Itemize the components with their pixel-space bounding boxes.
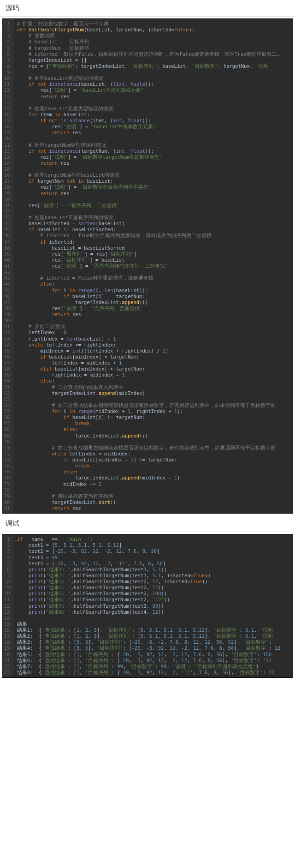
code-line[interactable]: res['说明'] = 'baseList不是列表或元组' <box>17 87 293 93</box>
code-line[interactable]: print('结果3: ',halfSearchTargetNum(test2,… <box>17 579 293 585</box>
code-line[interactable]: if baseList[i] != targetNum: <box>17 414 293 420</box>
code-line[interactable]: # isSorted 默认为False，如果目标序列不是有序序列时，若为Fals… <box>17 51 293 57</box>
code-line[interactable]: if __name__ == '__main__': <box>17 536 293 542</box>
code-line[interactable]: res['说明'] = '无序序列，普通查找' <box>17 305 293 311</box>
code-line[interactable] <box>17 69 293 75</box>
code-line[interactable]: rightIndex = midIndex - 1 <box>17 372 293 378</box>
code-line[interactable]: leftIndex = 0 <box>17 329 293 335</box>
line-number: 22 <box>4 664 10 670</box>
code-line[interactable]: # 将结果列表变为有序列表 <box>17 493 293 499</box>
code-line[interactable]: # 扩展二分法查找数字，返回为一个字典 <box>17 21 293 27</box>
code-line[interactable]: if baseList[midIndex - 1] != targetNum: <box>17 457 293 463</box>
code-line[interactable]: midIndex -= 1 <box>17 481 293 487</box>
code-line[interactable]: targetIndexList.append(midIndex - 1) <box>17 475 293 481</box>
debug-code-block[interactable]: 1234567891011121314151617181920212223 if… <box>2 534 293 678</box>
code-line[interactable]: # baseList 目标序列 <box>17 39 293 45</box>
code-line[interactable]: if not isinstance(targetNum, (int, float… <box>17 148 293 154</box>
code-line[interactable] <box>17 615 293 621</box>
code-line[interactable]: else: <box>17 378 293 384</box>
code-line[interactable]: if isSorted: <box>17 239 293 245</box>
code-line[interactable]: return res <box>17 505 293 511</box>
code-line[interactable] <box>17 209 293 215</box>
code-line[interactable]: print('结果6: ',halfSearchTargetNum(test2,… <box>17 597 293 603</box>
code-line[interactable] <box>17 100 293 106</box>
code-line[interactable]: baseListSorted = sorted(baseList) <box>17 221 293 227</box>
code-line[interactable]: res['说明'] = '无序序列转有序序列，二分查找' <box>17 263 293 269</box>
code-line[interactable]: if not isinstance(item, (int, float)): <box>17 118 293 124</box>
code-line[interactable]: return res <box>17 191 293 197</box>
code-line[interactable]: print('结果2: ',halfSearchTargetNum(test1,… <box>17 573 293 579</box>
code-line[interactable]: res['说明'] = '有序序列，二分查找' <box>17 203 293 209</box>
code-line[interactable]: res['说明'] = '目标数字在目标序列中不存在' <box>17 184 293 190</box>
code-line[interactable]: # 处理baseList不是有序序列的情况 <box>17 215 293 221</box>
code-line[interactable]: # 处理targetNum类型错误的情况 <box>17 142 293 148</box>
code-line[interactable]: test3 = 99 <box>17 555 293 561</box>
code-line[interactable]: test4 = [-20, -3, 92, 12, -2, '12', 7.6,… <box>17 561 293 567</box>
code-line[interactable]: # 开始二分查找 <box>17 323 293 329</box>
code-line[interactable] <box>17 439 293 445</box>
source-code-area[interactable]: # 扩展二分法查找数字，返回为一个字典def halfSearchTargetN… <box>13 19 293 513</box>
code-line[interactable]: for item in baseList: <box>17 112 293 118</box>
code-line[interactable] <box>17 317 293 323</box>
code-line[interactable]: def halfSearchTargetNum(baseList, target… <box>17 27 293 33</box>
code-line[interactable]: return res <box>17 130 293 136</box>
code-line[interactable]: targetIndexList.append(midIndex) <box>17 390 293 396</box>
code-line[interactable]: while leftIndex <= rightIndex: <box>17 342 293 348</box>
source-code-block[interactable]: 1234567891011121314151617181920212223242… <box>2 18 293 514</box>
code-line[interactable]: for i in range(midIndex + 1, rightIndex … <box>17 408 293 414</box>
code-line[interactable]: if baseList[i] == targetNum: <box>17 293 293 299</box>
code-line[interactable]: print('结果7: ',halfSearchTargetNum(test3,… <box>17 603 293 609</box>
code-line[interactable]: res['目标序列'] = baseList <box>17 257 293 263</box>
code-line[interactable]: print('结果4: ',halfSearchTargetNum(test2,… <box>17 585 293 591</box>
code-line[interactable]: rightIndex = len(baseList) - 1 <box>17 336 293 342</box>
code-line[interactable]: for i in range(0, len(baseList)): <box>17 287 293 293</box>
code-line[interactable] <box>17 269 293 275</box>
code-line[interactable]: leftIndex = midIndex + 1 <box>17 360 293 366</box>
code-line[interactable]: res['原序列'] = res['目标序列'] <box>17 251 293 257</box>
code-line[interactable]: # 处理targetNum不在baseList的情况 <box>17 172 293 178</box>
code-line[interactable]: # 处理baseList元素类型错误的情况 <box>17 106 293 112</box>
code-line[interactable]: # targetNum 目标数字 <box>17 45 293 51</box>
code-line[interactable]: else: <box>17 426 293 432</box>
code-line[interactable]: targetIndexList = [] <box>17 57 293 63</box>
code-line[interactable]: if targetNum not in baseList: <box>17 178 293 184</box>
code-line[interactable]: break <box>17 420 293 426</box>
code-line[interactable]: # 二分查找到的结果存入列表中 <box>17 384 293 390</box>
code-line[interactable]: test2 = [-20, -3, 92, 12, -2, 12, 7.6, 8… <box>17 548 293 554</box>
code-line[interactable]: # 参数说明: <box>17 33 293 39</box>
code-line[interactable]: # isSorted = False时不重新排序，做普通查找 <box>17 275 293 281</box>
code-line[interactable]: # 处理baseList类型错误的情况 <box>17 75 293 81</box>
code-line[interactable]: break <box>17 463 293 469</box>
code-line[interactable]: return res <box>17 94 293 100</box>
code-line[interactable]: # isSorted = True时对目标序列重新排序，再对排序后的序列做二分查… <box>17 233 293 239</box>
code-line[interactable]: res['说明'] = 'baseList中有非数字元素' <box>17 124 293 130</box>
code-line[interactable]: res = {'查找结果': targetIndexList, '目标序列': … <box>17 63 293 69</box>
code-line[interactable]: if not isinstance(baseList, (list, tuple… <box>17 81 293 87</box>
code-line[interactable]: baseList = baseListSorted <box>17 245 293 251</box>
code-line[interactable] <box>17 166 293 172</box>
code-line[interactable]: if baseList != baseListSorted: <box>17 227 293 233</box>
code-line[interactable]: # 在二分查找结果左侧继续查找是否还有目标数字，若有就存进列表中，如果遇到不等于… <box>17 445 293 451</box>
code-line[interactable]: while leftIndex < midIndex: <box>17 451 293 457</box>
code-line[interactable] <box>17 487 293 493</box>
code-line[interactable]: print('结果5: ',halfSearchTargetNum(test2,… <box>17 591 293 597</box>
code-line[interactable]: return res <box>17 160 293 166</box>
code-line[interactable]: # 在二分查找结果右侧继续查找是否还有目标数字，若有就存进列表中，如果遇到不等于… <box>17 402 293 408</box>
code-line[interactable]: if baseList[midIndex] < targetNum: <box>17 354 293 360</box>
debug-code-area[interactable]: if __name__ == '__main__': test1 = [5, 5… <box>13 534 293 677</box>
code-line[interactable]: print('结果1: ',halfSearchTargetNum(test1,… <box>17 567 293 573</box>
code-line[interactable]: print('结果8: ',halfSearchTargetNum(test4,… <box>17 609 293 615</box>
code-line[interactable] <box>17 136 293 142</box>
code-line[interactable]: res['说明'] = '目标数字targetNum不是数字类型' <box>17 154 293 160</box>
code-line[interactable]: targetIndexList.append(i) <box>17 299 293 305</box>
code-line[interactable] <box>17 197 293 203</box>
code-line[interactable] <box>17 396 293 402</box>
code-line[interactable]: elif baseList[midIndex] > targetNum: <box>17 366 293 372</box>
code-line[interactable]: targetIndexList.append(i) <box>17 433 293 439</box>
code-line[interactable]: targetIndexList.sort() <box>17 499 293 505</box>
code-line[interactable]: else: <box>17 281 293 287</box>
code-line[interactable]: midIndex = int((leftIndex + rightIndex) … <box>17 348 293 354</box>
code-line[interactable]: return res <box>17 311 293 317</box>
code-line[interactable]: test1 = [5, 5.1, 5.1, 5.1, 5.11] <box>17 542 293 548</box>
code-line[interactable]: else: <box>17 469 293 475</box>
